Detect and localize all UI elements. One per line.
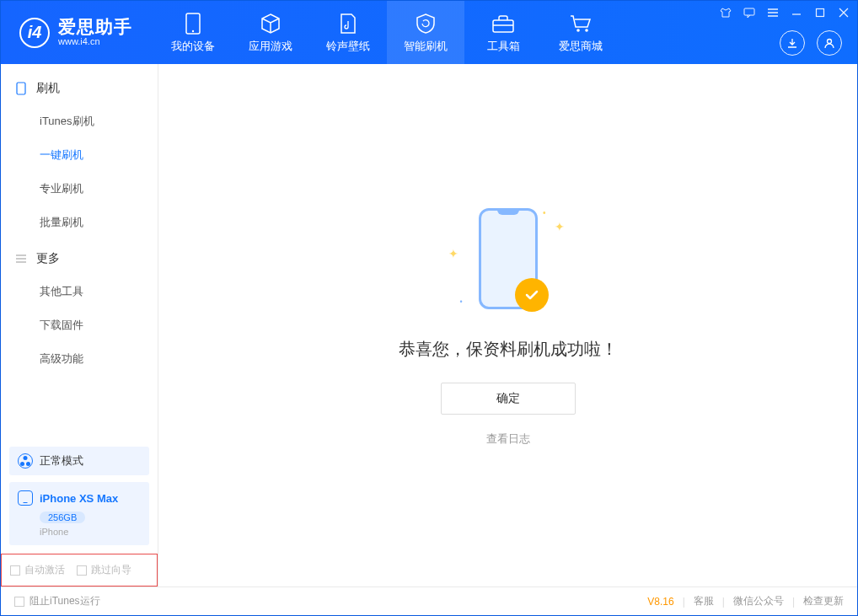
success-message: 恭喜您，保资料刷机成功啦！ — [399, 338, 618, 361]
section-title: 刷机 — [36, 81, 60, 96]
sidebar-item-batch-flash[interactable]: 批量刷机 — [1, 206, 158, 239]
sparkle-icon: ✦ — [555, 220, 565, 233]
app-subtitle: www.i4.cn — [58, 36, 132, 47]
sidebar-bottom: 正常模式 iPhone XS Max 256GB iPhone — [1, 438, 158, 554]
logo-area: i4 爱思助手 www.i4.cn — [1, 17, 147, 47]
checkbox-label: 跳过向导 — [91, 563, 131, 577]
user-icon[interactable] — [817, 30, 842, 56]
header-user-icons — [780, 30, 842, 56]
toolbox-icon — [491, 12, 515, 35]
nav-tab-label: 我的设备 — [171, 39, 215, 54]
sidebar-item-download-firmware[interactable]: 下载固件 — [1, 308, 158, 342]
nav-tab-label: 智能刷机 — [404, 39, 448, 54]
mode-card[interactable]: 正常模式 — [9, 447, 149, 475]
storage-badge: 256GB — [40, 512, 85, 523]
shield-refresh-icon — [414, 12, 437, 35]
sidebar: 刷机 iTunes刷机 一键刷机 专业刷机 批量刷机 更多 其他工具 下载固件 … — [1, 64, 158, 587]
window-controls — [719, 6, 850, 19]
download-icon[interactable] — [780, 30, 805, 56]
footer-right: V8.16 | 客服 | 微信公众号 | 检查更新 — [647, 594, 844, 608]
version-label: V8.16 — [647, 596, 673, 608]
phone-outline-icon — [14, 82, 28, 95]
checkbox-icon — [10, 565, 20, 576]
app-window: i4 爱思助手 www.i4.cn 我的设备 应用游戏 — [0, 0, 858, 616]
update-link[interactable]: 检查更新 — [803, 594, 844, 608]
device-icon — [181, 12, 205, 35]
checkbox-icon — [77, 565, 87, 576]
svg-point-1 — [192, 29, 194, 31]
sidebar-scroll: 刷机 iTunes刷机 一键刷机 专业刷机 批量刷机 更多 其他工具 下载固件 … — [1, 64, 158, 438]
nav-tab-device[interactable]: 我的设备 — [154, 1, 232, 64]
block-itunes-checkbox[interactable]: 阻止iTunes运行 — [14, 594, 100, 608]
nav-tab-toolbox[interactable]: 工具箱 — [464, 1, 542, 64]
sidebar-item-itunes-flash[interactable]: iTunes刷机 — [1, 104, 158, 138]
checkbox-label: 自动激活 — [24, 563, 65, 577]
svg-point-7 — [828, 40, 832, 44]
skip-guide-checkbox[interactable]: 跳过向导 — [77, 563, 131, 577]
app-body: 刷机 iTunes刷机 一键刷机 专业刷机 批量刷机 更多 其他工具 下载固件 … — [1, 64, 857, 587]
svg-point-3 — [576, 29, 580, 32]
cart-icon — [569, 12, 593, 35]
status-bar: 阻止iTunes运行 V8.16 | 客服 | 微信公众号 | 检查更新 — [1, 587, 857, 615]
nav-tab-label: 应用游戏 — [249, 39, 292, 54]
mode-label: 正常模式 — [40, 453, 83, 469]
device-name: iPhone XS Max — [40, 492, 118, 505]
nav-tab-store[interactable]: 爱思商城 — [542, 1, 619, 64]
nav-tab-apps[interactable]: 应用游戏 — [232, 1, 309, 64]
svg-point-4 — [585, 29, 588, 32]
cube-icon — [259, 12, 282, 35]
minimize-icon[interactable] — [790, 6, 803, 19]
confirm-button[interactable]: 确定 — [441, 383, 576, 415]
success-check-icon — [515, 278, 549, 312]
device-small-icon — [18, 490, 33, 506]
svg-rect-6 — [817, 9, 824, 17]
music-file-icon — [336, 12, 360, 35]
svg-rect-5 — [744, 8, 754, 15]
svg-rect-2 — [493, 20, 513, 32]
highlight-checkbox-row: 自动激活 跳过向导 — [1, 554, 158, 587]
wechat-link[interactable]: 微信公众号 — [733, 594, 784, 608]
device-card[interactable]: iPhone XS Max 256GB iPhone — [9, 482, 149, 545]
service-link[interactable]: 客服 — [694, 594, 714, 608]
nav-tab-ringtones[interactable]: 铃声壁纸 — [309, 1, 387, 64]
app-title: 爱思助手 — [58, 17, 132, 36]
section-header-more: 更多 — [1, 239, 158, 275]
close-icon[interactable] — [837, 6, 850, 19]
main-content: ✦ ✦ • • 恭喜您，保资料刷机成功啦！ 确定 查看日志 — [158, 64, 857, 587]
success-graphic: ✦ ✦ • • — [445, 205, 571, 314]
shirt-icon[interactable] — [719, 6, 732, 19]
checkbox-icon — [14, 597, 24, 607]
mode-icon — [18, 453, 33, 469]
menu-icon[interactable] — [766, 6, 780, 19]
logo-icon: i4 — [19, 18, 50, 48]
phone-illustration — [479, 208, 538, 309]
sidebar-item-advanced[interactable]: 高级功能 — [1, 342, 158, 376]
logo-text: 爱思助手 www.i4.cn — [58, 17, 132, 47]
checkbox-label: 阻止iTunes运行 — [29, 594, 100, 608]
sidebar-item-oneclick-flash[interactable]: 一键刷机 — [1, 138, 158, 172]
sparkle-icon: ✦ — [448, 247, 458, 260]
sidebar-item-other-tools[interactable]: 其他工具 — [1, 275, 158, 308]
nav-tab-label: 爱思商城 — [559, 39, 603, 54]
sparkle-icon: • — [460, 297, 463, 306]
sparkle-icon: • — [543, 208, 546, 217]
nav-tab-label: 工具箱 — [487, 39, 520, 54]
nav-tab-flash[interactable]: 智能刷机 — [387, 1, 464, 64]
view-log-link[interactable]: 查看日志 — [486, 431, 530, 447]
feedback-icon[interactable] — [743, 6, 756, 19]
sidebar-item-pro-flash[interactable]: 专业刷机 — [1, 172, 158, 206]
device-type: iPhone — [40, 527, 141, 537]
section-title: 更多 — [36, 251, 60, 266]
maximize-icon[interactable] — [813, 6, 827, 19]
device-head: iPhone XS Max — [18, 490, 141, 506]
app-header: i4 爱思助手 www.i4.cn 我的设备 应用游戏 — [1, 1, 857, 64]
nav-tabs: 我的设备 应用游戏 铃声壁纸 智能刷机 — [154, 1, 619, 64]
section-header-flash: 刷机 — [1, 69, 158, 104]
auto-activate-checkbox[interactable]: 自动激活 — [10, 563, 65, 577]
nav-tab-label: 铃声壁纸 — [326, 39, 370, 54]
svg-rect-8 — [17, 83, 25, 94]
list-icon — [14, 252, 28, 265]
